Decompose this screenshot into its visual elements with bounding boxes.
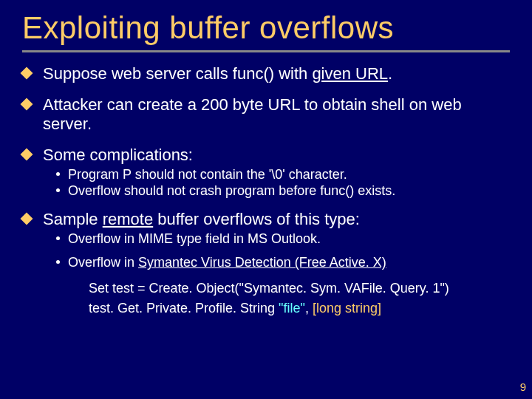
sub-text: Overflow in MIME type field in MS Outloo…: [68, 231, 321, 246]
bullet-item: Suppose web server calls func() with giv…: [22, 64, 510, 83]
code-text: ,: [305, 301, 313, 316]
sub-list: Program P should not contain the '\0' ch…: [56, 166, 510, 200]
diamond-icon: [21, 212, 33, 225]
diamond-icon: [21, 67, 33, 80]
code-text: test. Get. Private. Profile. String: [89, 301, 279, 316]
bullet-list: Suppose web server calls func() with giv…: [22, 64, 510, 271]
slide: Exploiting buffer overflows Suppose web …: [0, 0, 532, 399]
code-string: "file": [279, 301, 305, 316]
link-symantec[interactable]: Symantec Virus Detection (Free Active. X…: [138, 255, 386, 270]
code-line: test. Get. Private. Profile. String "fil…: [89, 299, 510, 318]
sub-item: Overflow in Symantec Virus Detection (Fr…: [56, 254, 510, 271]
page-title: Exploiting buffer overflows: [22, 10, 510, 46]
title-underline: [22, 50, 510, 52]
sub-list: Overflow in MIME type field in MS Outloo…: [56, 231, 510, 271]
page-number: 9: [520, 381, 526, 393]
dot-icon: [56, 260, 60, 264]
link-given-url[interactable]: given URL: [312, 64, 388, 83]
bullet-text: Suppose web server calls func() with: [43, 64, 312, 83]
sub-item: Overflow in MIME type field in MS Outloo…: [56, 231, 510, 248]
sub-item: Program P should not contain the '\0' ch…: [56, 166, 510, 183]
sub-item: Overflow should not crash program before…: [56, 183, 510, 200]
code-block: Set test = Create. Object("Symantec. Sym…: [89, 279, 510, 318]
code-placeholder: [long string]: [313, 301, 381, 316]
link-remote[interactable]: remote: [103, 210, 153, 228]
sub-text: Program P should not contain the '\0' ch…: [68, 167, 347, 182]
sub-text: Overflow in: [68, 255, 138, 270]
bullet-item: Some complications: Program P should not…: [22, 146, 510, 200]
dot-icon: [56, 188, 60, 192]
bullet-text: Sample: [43, 210, 103, 228]
bullet-text: Some complications:: [43, 146, 193, 164]
sub-text: Overflow should not crash program before…: [68, 183, 395, 198]
bullet-item: Sample remote buffer overflows of this t…: [22, 210, 510, 271]
bullet-text: Attacker can create a 200 byte URL to ob…: [43, 95, 462, 133]
code-line: Set test = Create. Object("Symantec. Sym…: [89, 279, 510, 299]
bullet-text: buffer overflows of this type:: [153, 210, 360, 228]
dot-icon: [56, 236, 60, 240]
bullet-text: .: [388, 64, 392, 83]
bullet-item: Attacker can create a 200 byte URL to ob…: [22, 95, 510, 134]
dot-icon: [56, 172, 60, 176]
diamond-icon: [21, 98, 33, 110]
diamond-icon: [21, 148, 33, 160]
